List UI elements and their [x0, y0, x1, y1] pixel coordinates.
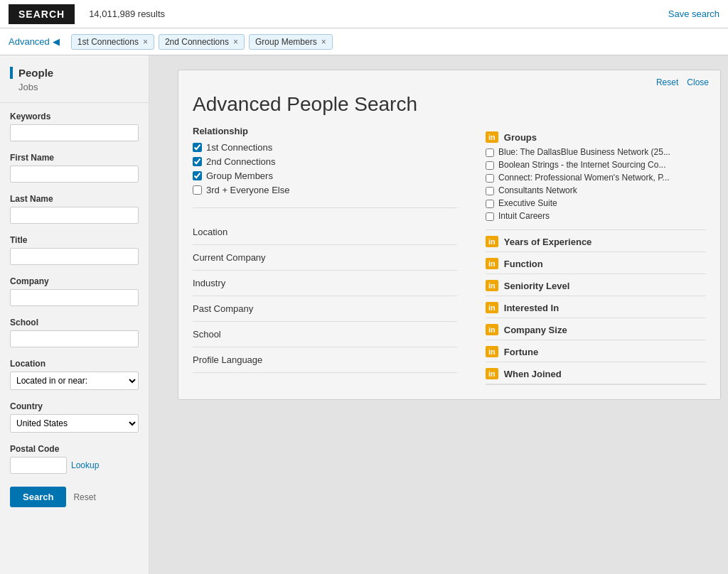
checkbox-2nd-input[interactable] [193, 157, 202, 166]
save-search-button[interactable]: Save search [668, 9, 719, 19]
checkbox-1st: 1st Connections [193, 142, 457, 153]
modal-close-link[interactable]: Close [687, 77, 709, 87]
checkbox-3rd-input[interactable] [193, 185, 202, 195]
group-item-6-checkbox[interactable] [486, 212, 494, 221]
first-name-label: First Name [10, 153, 139, 163]
filter-tab-1st-close-icon[interactable]: × [143, 37, 148, 47]
search-button[interactable]: Search [10, 487, 66, 507]
company-size-in-badge: in [486, 324, 498, 335]
nav-jobs[interactable]: Jobs [10, 82, 139, 92]
when-joined-header[interactable]: in When Joined [486, 362, 706, 384]
keywords-section: Keywords [0, 106, 149, 147]
groups-list: Blue: The DallasBlue Business Network (2… [486, 147, 706, 224]
title-input[interactable] [10, 248, 139, 265]
seniority-level-header[interactable]: in Seniority Level [486, 274, 706, 296]
fortune-header[interactable]: in Fortune [486, 340, 706, 362]
location-select[interactable]: Located in or near: [10, 372, 139, 390]
country-select[interactable]: United States [10, 414, 139, 433]
current-company-field-row[interactable]: Current Company [193, 245, 457, 271]
location-label: Location [10, 359, 139, 369]
checkbox-group-input[interactable] [193, 171, 202, 180]
school-label: School [10, 318, 139, 327]
years-of-experience-header[interactable]: in Years of Experience [486, 230, 706, 252]
first-name-input[interactable] [10, 166, 139, 183]
main-layout: People Jobs Keywords First Name Last Nam… [0, 55, 728, 574]
keywords-label: Keywords [10, 112, 139, 121]
function-in-badge: in [486, 258, 498, 269]
company-size-label: Company Size [504, 325, 567, 335]
interested-label: Interested In [504, 303, 559, 313]
relationship-section: Relationship 1st Connections 2nd Connect… [193, 126, 457, 208]
modal-actions: Reset Close [656, 77, 709, 87]
groups-title: Groups [504, 132, 537, 143]
fortune-in-badge: in [486, 346, 498, 357]
function-label: Function [504, 259, 543, 269]
keywords-input[interactable] [10, 124, 139, 141]
group-item-2: Boolean Strings - the Internet Sourcing … [486, 160, 706, 170]
interested-in-header[interactable]: in Interested In [486, 296, 706, 318]
lookup-link[interactable]: Lookup [71, 460, 99, 470]
checkbox-3rd-label: 3rd + Everyone Else [206, 185, 289, 195]
location-field-row[interactable]: Location [193, 220, 457, 245]
checkbox-3rd: 3rd + Everyone Else [193, 185, 457, 195]
modal-header: Reset Close [178, 70, 720, 87]
group-item-5-label: Executive Suite [498, 198, 557, 208]
people-jobs-nav: People Jobs [0, 63, 149, 99]
modal-title: Advanced People Search [178, 87, 720, 126]
industry-field-row[interactable]: Industry [193, 271, 457, 296]
fortune-label: Fortune [504, 347, 538, 357]
group-item-1-checkbox[interactable] [486, 148, 494, 157]
group-item-6: Intuit Careers [486, 211, 706, 221]
group-item-5-checkbox[interactable] [486, 200, 494, 208]
first-name-section: First Name [0, 147, 149, 188]
group-item-1: Blue: The DallasBlue Business Network (2… [486, 147, 706, 157]
filter-tab-2nd[interactable]: 2nd Connections × [159, 34, 245, 50]
country-label: Country [10, 401, 139, 411]
group-item-3-label: Connect: Professional Women's Network, P… [498, 173, 670, 183]
checkbox-1st-label: 1st Connections [206, 142, 272, 153]
advanced-link[interactable]: Advanced ◀ [9, 36, 60, 47]
group-item-2-checkbox[interactable] [486, 161, 494, 170]
logo: SEARCH [9, 4, 75, 24]
modal-reset-link[interactable]: Reset [656, 77, 678, 87]
title-section: Title [0, 229, 149, 271]
filter-tab-group-close-icon[interactable]: × [321, 37, 326, 47]
main-content: Reset Close Advanced People Search Relat… [149, 55, 728, 574]
top-bar: SEARCH 14,011,989 results Save search [0, 0, 728, 28]
chevron-left-icon: ◀ [53, 36, 60, 47]
nav-people[interactable]: People [10, 67, 139, 79]
filter-tab-group[interactable]: Group Members × [249, 34, 333, 50]
location-section: Location Located in or near: [0, 353, 149, 396]
school-field-row[interactable]: School [193, 322, 457, 347]
reset-link[interactable]: Reset [73, 492, 95, 502]
school-input[interactable] [10, 330, 139, 347]
filter-tab-2nd-close-icon[interactable]: × [233, 37, 238, 47]
school-section: School [0, 312, 149, 353]
group-item-4-label: Consultants Network [498, 185, 577, 195]
company-size-header[interactable]: in Company Size [486, 318, 706, 340]
results-count: 14,011,989 results [89, 9, 668, 19]
last-name-section: Last Name [0, 188, 149, 229]
postal-code-input[interactable] [10, 457, 67, 474]
modal-left-column: Relationship 1st Connections 2nd Connect… [193, 126, 457, 385]
last-name-input[interactable] [10, 207, 139, 224]
when-joined-label: When Joined [504, 369, 562, 379]
group-item-3-checkbox[interactable] [486, 174, 494, 183]
postal-code-label: Postal Code [10, 444, 139, 454]
group-item-4-checkbox[interactable] [486, 187, 494, 195]
profile-language-field-row[interactable]: Profile Language [193, 347, 457, 373]
search-reset-row: Search Reset [0, 480, 149, 514]
company-input[interactable] [10, 289, 139, 306]
checkbox-1st-input[interactable] [193, 143, 202, 152]
function-header[interactable]: in Function [486, 252, 706, 274]
country-section: Country United States [0, 396, 149, 438]
group-item-2-label: Boolean Strings - the Internet Sourcing … [498, 160, 665, 170]
groups-header: in Groups [486, 126, 706, 147]
last-name-label: Last Name [10, 194, 139, 204]
past-company-field-row[interactable]: Past Company [193, 296, 457, 322]
relationship-title: Relationship [193, 126, 457, 136]
filter-tabs-bar: Advanced ◀ 1st Connections × 2nd Connect… [0, 28, 728, 55]
advanced-search-modal: Reset Close Advanced People Search Relat… [178, 70, 721, 400]
when-joined-in-badge: in [486, 368, 498, 379]
filter-tab-1st[interactable]: 1st Connections × [71, 34, 154, 50]
